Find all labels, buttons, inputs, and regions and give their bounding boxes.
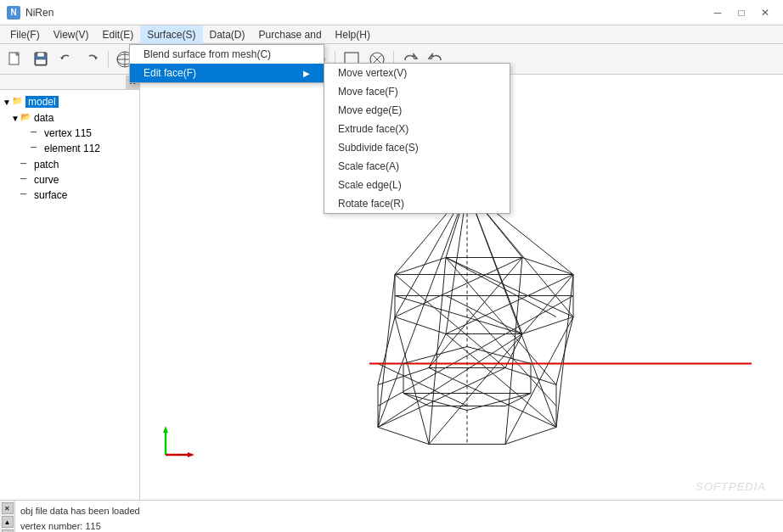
item-icon-curve: ─ xyxy=(20,174,32,186)
rotate-face-item[interactable]: Rotate face(R) xyxy=(324,194,510,213)
new-button[interactable] xyxy=(3,48,27,71)
tree-label-model: model xyxy=(25,96,59,108)
toolbar-separator-1 xyxy=(108,51,109,68)
blend-surface-item[interactable]: Blend surface from mesh(C) xyxy=(130,45,324,64)
sidebar-toolbar: ✕ xyxy=(0,75,139,90)
folder-data-icon: 📂 xyxy=(20,112,32,124)
tree-row-curve[interactable]: ─ curve xyxy=(0,172,139,188)
menu-bar: File(F) View(V) Edit(E) Surface(S) Data(… xyxy=(0,25,783,44)
tree-label-curve: curve xyxy=(34,174,59,186)
edit-face-item[interactable]: Edit face(F) ▶ xyxy=(130,64,324,82)
item-icon-patch: ─ xyxy=(20,159,32,171)
tree-row-element[interactable]: ─ element 112 xyxy=(0,141,139,156)
surface-dropdown: Blend surface from mesh(C) Edit face(F) … xyxy=(129,44,324,83)
menu-help[interactable]: Help(H) xyxy=(329,25,377,44)
output-scroll-up[interactable]: ✕ xyxy=(2,502,14,514)
edit-face-submenu: Move vertex(V) Move face(F) Move edge(E)… xyxy=(324,63,510,214)
tree-label-patch: patch xyxy=(34,159,59,171)
tree-label-data: data xyxy=(34,112,54,124)
item-icon-vertex: ─ xyxy=(31,127,42,139)
menu-surface[interactable]: Surface(S) xyxy=(140,25,202,44)
svg-marker-84 xyxy=(188,452,194,457)
tree-row-data[interactable]: ▼ 📂 data xyxy=(0,110,139,126)
folder-icon: 📁 xyxy=(12,96,24,108)
sidebar: ✕ ▼ 📁 model ▼ 📂 data ─ xyxy=(0,75,140,500)
scale-face-item[interactable]: Scale face(A) xyxy=(324,157,510,176)
close-button[interactable]: ✕ xyxy=(754,4,776,21)
minimize-button[interactable]: ─ xyxy=(707,4,729,21)
tree-item-model: ▼ 📁 model ▼ 📂 data ─ vertex 115 xyxy=(0,93,139,204)
watermark: SOFTPEDIA xyxy=(696,480,766,493)
title-controls: ─ □ ✕ xyxy=(707,4,776,21)
tree-item-data: ▼ 📂 data ─ vertex 115 ─ element 112 xyxy=(0,109,139,157)
coordinate-axes xyxy=(157,421,200,466)
tree-row-patch[interactable]: ─ patch xyxy=(0,157,139,172)
scale-edge-item[interactable]: Scale edge(L) xyxy=(324,176,510,194)
tree-label-element: element 112 xyxy=(44,143,100,154)
menu-edit[interactable]: Edit(E) xyxy=(95,25,140,44)
output-btn-1[interactable]: ▲ xyxy=(2,516,14,528)
svg-line-77 xyxy=(446,275,573,334)
output-panel: ✕ ▲ ▼ obj file data has been loaded vert… xyxy=(0,500,783,532)
tree-toggle-data[interactable]: ▼ xyxy=(10,113,20,123)
subdivide-face-item[interactable]: Subdivide face(S) xyxy=(324,138,510,157)
svg-rect-5 xyxy=(36,59,46,64)
move-face-item[interactable]: Move face(F) xyxy=(324,82,510,101)
svg-line-74 xyxy=(446,258,573,317)
svg-rect-0 xyxy=(9,53,19,64)
svg-rect-4 xyxy=(37,53,44,57)
output-line-2: vertex number: 115 xyxy=(20,519,778,532)
tree-row-surface[interactable]: ─ surface xyxy=(0,188,139,203)
app-title: NiRen xyxy=(25,7,54,19)
menu-purchase[interactable]: Purchase and xyxy=(252,25,329,44)
svg-line-51 xyxy=(395,275,505,368)
save-button[interactable] xyxy=(29,48,53,71)
move-vertex-item[interactable]: Move vertex(V) xyxy=(324,64,510,82)
tree-row-model[interactable]: ▼ 📁 model xyxy=(0,94,139,109)
undo-button[interactable] xyxy=(54,48,78,71)
item-icon-element: ─ xyxy=(31,143,42,154)
svg-marker-82 xyxy=(163,426,168,433)
item-icon-surface: ─ xyxy=(20,189,32,201)
app-icon: N xyxy=(7,6,20,20)
output-content: obj file data has been loaded vertex num… xyxy=(15,501,783,532)
tree-label-vertex: vertex 115 xyxy=(44,127,92,139)
tree-label-surface: surface xyxy=(34,189,67,201)
extrude-face-item[interactable]: Extrude face(X) xyxy=(324,120,510,138)
maximize-button[interactable]: □ xyxy=(730,4,752,21)
menu-file[interactable]: File(F) xyxy=(3,25,47,44)
svg-line-76 xyxy=(395,258,522,317)
output-side-controls: ✕ ▲ ▼ xyxy=(0,501,15,532)
tree-toggle-model[interactable]: ▼ xyxy=(2,97,12,107)
redo-button[interactable] xyxy=(80,48,104,71)
move-edge-item[interactable]: Move edge(E) xyxy=(324,101,510,120)
tree-row-vertex[interactable]: ─ vertex 115 xyxy=(0,126,139,141)
output-line-1: obj file data has been loaded xyxy=(20,504,778,519)
menu-data[interactable]: Data(D) xyxy=(203,25,252,44)
menu-view[interactable]: View(V) xyxy=(47,25,96,44)
title-bar: N NiRen ─ □ ✕ xyxy=(0,0,783,25)
file-tree: ▼ 📁 model ▼ 📂 data ─ vertex 115 xyxy=(0,90,139,207)
